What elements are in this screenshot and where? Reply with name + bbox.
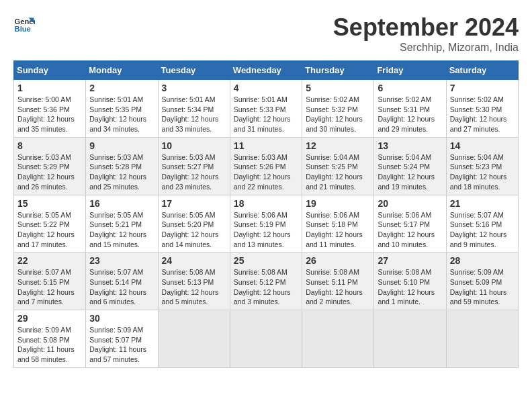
- day-number: 21: [450, 198, 515, 209]
- day-number: 15: [17, 198, 82, 209]
- day-number: 6: [378, 83, 442, 93]
- calendar-cell: 14 Sunrise: 5:04 AMSunset: 5:23 PMDaylig…: [446, 137, 518, 195]
- calendar-cell: 2 Sunrise: 5:01 AMSunset: 5:35 PMDayligh…: [86, 80, 158, 138]
- header-thursday: Thursday: [302, 61, 374, 80]
- calendar-cell: 13 Sunrise: 5:04 AMSunset: 5:24 PMDaylig…: [374, 137, 446, 195]
- day-number: 9: [89, 140, 154, 151]
- title-block: September 2024 Serchhip, Mizoram, India: [333, 13, 519, 54]
- day-info: Sunrise: 5:02 AMSunset: 5:31 PMDaylight:…: [378, 95, 442, 134]
- calendar-cell: [446, 310, 518, 368]
- day-info: Sunrise: 5:06 AMSunset: 5:18 PMDaylight:…: [306, 210, 370, 250]
- day-info: Sunrise: 5:04 AMSunset: 5:25 PMDaylight:…: [306, 152, 370, 192]
- day-number: 11: [234, 140, 298, 151]
- day-info: Sunrise: 5:07 AMSunset: 5:14 PMDaylight:…: [89, 267, 154, 307]
- header-sunday: Sunday: [14, 61, 86, 80]
- calendar-cell: 26 Sunrise: 5:08 AMSunset: 5:11 PMDaylig…: [302, 253, 374, 310]
- calendar-cell: [158, 310, 230, 368]
- day-number: 27: [378, 255, 442, 266]
- day-info: Sunrise: 5:03 AMSunset: 5:28 PMDaylight:…: [89, 152, 154, 192]
- calendar-cell: 22 Sunrise: 5:07 AMSunset: 5:15 PMDaylig…: [14, 253, 86, 310]
- day-info: Sunrise: 5:01 AMSunset: 5:35 PMDaylight:…: [89, 95, 154, 134]
- calendar-cell: 23 Sunrise: 5:07 AMSunset: 5:14 PMDaylig…: [86, 253, 158, 310]
- day-number: 20: [378, 198, 442, 209]
- day-number: 29: [17, 313, 82, 324]
- day-info: Sunrise: 5:05 AMSunset: 5:20 PMDaylight:…: [162, 210, 226, 250]
- day-number: 18: [234, 198, 298, 209]
- day-info: Sunrise: 5:06 AMSunset: 5:19 PMDaylight:…: [234, 210, 298, 250]
- day-info: Sunrise: 5:05 AMSunset: 5:22 PMDaylight:…: [17, 210, 82, 250]
- calendar-cell: 17 Sunrise: 5:05 AMSunset: 5:20 PMDaylig…: [158, 195, 230, 253]
- calendar-cell: 7 Sunrise: 5:02 AMSunset: 5:30 PMDayligh…: [446, 80, 518, 138]
- day-number: 26: [306, 255, 370, 266]
- calendar-cell: [230, 310, 302, 368]
- week-row: 15 Sunrise: 5:05 AMSunset: 5:22 PMDaylig…: [14, 195, 519, 253]
- header-friday: Friday: [374, 61, 446, 80]
- calendar-cell: 27 Sunrise: 5:08 AMSunset: 5:10 PMDaylig…: [374, 253, 446, 310]
- day-info: Sunrise: 5:09 AMSunset: 5:08 PMDaylight:…: [17, 325, 82, 365]
- day-number: 28: [450, 255, 515, 266]
- day-number: 22: [17, 255, 82, 266]
- logo: General Blue: [13, 13, 35, 35]
- day-number: 30: [89, 313, 154, 324]
- calendar-cell: 6 Sunrise: 5:02 AMSunset: 5:31 PMDayligh…: [374, 80, 446, 138]
- calendar-table: Sunday Monday Tuesday Wednesday Thursday…: [13, 60, 519, 368]
- calendar-cell: 15 Sunrise: 5:05 AMSunset: 5:22 PMDaylig…: [14, 195, 86, 253]
- day-number: 1: [17, 83, 82, 93]
- day-number: 4: [234, 83, 298, 93]
- day-number: 25: [234, 255, 298, 266]
- day-number: 23: [89, 255, 154, 266]
- day-number: 17: [162, 198, 226, 209]
- week-row: 29 Sunrise: 5:09 AMSunset: 5:08 PMDaylig…: [14, 310, 519, 368]
- logo-icon: General Blue: [13, 13, 35, 35]
- location: Serchhip, Mizoram, India: [333, 42, 519, 54]
- day-info: Sunrise: 5:01 AMSunset: 5:33 PMDaylight:…: [234, 95, 298, 134]
- calendar-cell: 9 Sunrise: 5:03 AMSunset: 5:28 PMDayligh…: [86, 137, 158, 195]
- header-tuesday: Tuesday: [158, 61, 230, 80]
- calendar-cell: 11 Sunrise: 5:03 AMSunset: 5:26 PMDaylig…: [230, 137, 302, 195]
- calendar-cell: 24 Sunrise: 5:08 AMSunset: 5:13 PMDaylig…: [158, 253, 230, 310]
- day-info: Sunrise: 5:04 AMSunset: 5:23 PMDaylight:…: [450, 152, 515, 192]
- day-number: 10: [162, 140, 226, 151]
- calendar-cell: 5 Sunrise: 5:02 AMSunset: 5:32 PMDayligh…: [302, 80, 374, 138]
- day-number: 14: [450, 140, 515, 151]
- day-number: 12: [306, 140, 370, 151]
- day-number: 16: [89, 198, 154, 209]
- week-row: 22 Sunrise: 5:07 AMSunset: 5:15 PMDaylig…: [14, 253, 519, 310]
- calendar-cell: 30 Sunrise: 5:09 AMSunset: 5:07 PMDaylig…: [86, 310, 158, 368]
- header-monday: Monday: [86, 61, 158, 80]
- calendar-cell: 19 Sunrise: 5:06 AMSunset: 5:18 PMDaylig…: [302, 195, 374, 253]
- day-info: Sunrise: 5:04 AMSunset: 5:24 PMDaylight:…: [378, 152, 442, 192]
- page-header: General Blue September 2024 Serchhip, Mi…: [13, 13, 519, 54]
- header-wednesday: Wednesday: [230, 61, 302, 80]
- day-info: Sunrise: 5:07 AMSunset: 5:16 PMDaylight:…: [450, 210, 515, 250]
- calendar-cell: 21 Sunrise: 5:07 AMSunset: 5:16 PMDaylig…: [446, 195, 518, 253]
- day-info: Sunrise: 5:08 AMSunset: 5:13 PMDaylight:…: [162, 267, 226, 307]
- calendar-cell: 20 Sunrise: 5:06 AMSunset: 5:17 PMDaylig…: [374, 195, 446, 253]
- calendar-cell: 28 Sunrise: 5:09 AMSunset: 5:09 PMDaylig…: [446, 253, 518, 310]
- day-info: Sunrise: 5:08 AMSunset: 5:10 PMDaylight:…: [378, 267, 442, 307]
- day-number: 19: [306, 198, 370, 209]
- calendar-cell: 16 Sunrise: 5:05 AMSunset: 5:21 PMDaylig…: [86, 195, 158, 253]
- day-number: 3: [162, 83, 226, 93]
- day-info: Sunrise: 5:03 AMSunset: 5:27 PMDaylight:…: [162, 152, 226, 192]
- calendar-cell: [302, 310, 374, 368]
- day-info: Sunrise: 5:02 AMSunset: 5:32 PMDaylight:…: [306, 95, 370, 134]
- day-number: 5: [306, 83, 370, 93]
- day-info: Sunrise: 5:03 AMSunset: 5:29 PMDaylight:…: [17, 152, 82, 192]
- day-number: 13: [378, 140, 442, 151]
- month-title: September 2024: [333, 13, 519, 42]
- day-info: Sunrise: 5:09 AMSunset: 5:07 PMDaylight:…: [89, 325, 154, 365]
- day-info: Sunrise: 5:06 AMSunset: 5:17 PMDaylight:…: [378, 210, 442, 250]
- day-info: Sunrise: 5:03 AMSunset: 5:26 PMDaylight:…: [234, 152, 298, 192]
- calendar-cell: 29 Sunrise: 5:09 AMSunset: 5:08 PMDaylig…: [14, 310, 86, 368]
- week-row: 1 Sunrise: 5:00 AMSunset: 5:36 PMDayligh…: [14, 80, 519, 138]
- day-info: Sunrise: 5:00 AMSunset: 5:36 PMDaylight:…: [17, 95, 82, 134]
- calendar-cell: [374, 310, 446, 368]
- header-row: Sunday Monday Tuesday Wednesday Thursday…: [14, 61, 519, 80]
- day-info: Sunrise: 5:05 AMSunset: 5:21 PMDaylight:…: [89, 210, 154, 250]
- day-info: Sunrise: 5:08 AMSunset: 5:12 PMDaylight:…: [234, 267, 298, 307]
- day-info: Sunrise: 5:02 AMSunset: 5:30 PMDaylight:…: [450, 95, 515, 134]
- calendar-cell: 25 Sunrise: 5:08 AMSunset: 5:12 PMDaylig…: [230, 253, 302, 310]
- calendar-cell: 4 Sunrise: 5:01 AMSunset: 5:33 PMDayligh…: [230, 80, 302, 138]
- calendar-cell: 10 Sunrise: 5:03 AMSunset: 5:27 PMDaylig…: [158, 137, 230, 195]
